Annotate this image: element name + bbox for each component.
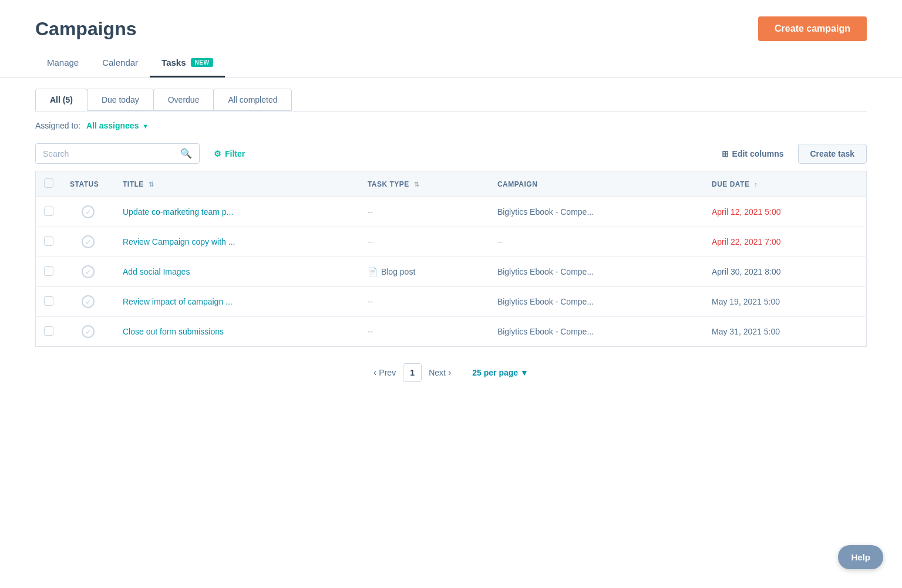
row-status-cell: ✓ [62, 287, 115, 317]
search-box: 🔍 [35, 143, 200, 164]
row-checkbox[interactable] [44, 207, 53, 216]
status-circle-icon[interactable]: ✓ [82, 205, 95, 218]
prev-label: Prev [379, 368, 396, 377]
task-type-dash: -- [368, 327, 373, 336]
tasks-table: STATUS TITLE ⇅ TASK TYPE ⇅ CAMPAIGN DUE [35, 171, 867, 347]
due-date-value: April 22, 2021 7:00 [712, 237, 781, 246]
row-status-cell: ✓ [62, 257, 115, 287]
th-due-date-label: DUE DATE [712, 180, 749, 188]
assigned-to-value[interactable]: All assignees [86, 121, 139, 130]
row-task-type-cell: -- [359, 287, 489, 317]
subtab-overdue[interactable]: Overdue [153, 89, 214, 111]
task-title-link[interactable]: Update co-marketing team p... [123, 207, 233, 217]
table-row: ✓Review Campaign copy with ...----April … [36, 227, 867, 257]
page-wrapper: Campaigns Create campaign Manage Calenda… [0, 0, 902, 588]
row-checkbox-cell [36, 197, 62, 227]
tab-calendar-label: Calendar [102, 58, 138, 67]
row-task-type-cell: -- [359, 197, 489, 227]
toolbar: 🔍 ⚙ Filter ⊞ Edit columns Create task [0, 137, 902, 171]
subtab-all[interactable]: All (5) [35, 89, 87, 111]
tab-tasks-label: Tasks [161, 58, 186, 67]
th-select-all [36, 171, 62, 197]
row-due-date-cell: May 19, 2021 5:00 [704, 287, 867, 317]
row-campaign-cell: Biglytics Ebook - Compe... [489, 257, 704, 287]
filter-label: Filter [225, 149, 245, 158]
status-circle-icon[interactable]: ✓ [82, 325, 95, 338]
task-type-dash: -- [368, 207, 373, 217]
per-page-button[interactable]: 25 per page ▼ [472, 368, 529, 377]
task-type-label: Blog post [381, 267, 415, 276]
table-wrapper: STATUS TITLE ⇅ TASK TYPE ⇅ CAMPAIGN DUE [0, 171, 902, 347]
task-title-link[interactable]: Add social Images [123, 267, 190, 276]
subtab-all-completed-label: All completed [228, 95, 277, 104]
row-checkbox-cell [36, 257, 62, 287]
prev-chevron-icon: ‹ [373, 367, 376, 378]
edit-columns-button[interactable]: ⊞ Edit columns [715, 145, 791, 163]
th-status-label: STATUS [70, 180, 99, 188]
tab-tasks[interactable]: Tasks NEW [150, 50, 225, 77]
filter-button[interactable]: ⚙ Filter [207, 145, 252, 163]
row-task-type-cell: -- [359, 227, 489, 257]
tab-manage[interactable]: Manage [35, 50, 90, 77]
tabs-bar: Manage Calendar Tasks NEW [0, 50, 902, 78]
row-checkbox[interactable] [44, 296, 53, 306]
row-checkbox[interactable] [44, 326, 53, 336]
table-header-row: STATUS TITLE ⇅ TASK TYPE ⇅ CAMPAIGN DUE [36, 171, 867, 197]
row-title-cell: Update co-marketing team p... [115, 197, 359, 227]
row-status-cell: ✓ [62, 227, 115, 257]
th-status: STATUS [62, 171, 115, 197]
th-title-sort-icon: ⇅ [149, 181, 154, 188]
campaign-dash: -- [497, 237, 503, 246]
select-all-checkbox[interactable] [44, 178, 53, 188]
assigned-caret-icon[interactable]: ▼ [142, 123, 149, 130]
row-checkbox[interactable] [44, 266, 53, 276]
status-circle-icon[interactable]: ✓ [82, 235, 95, 248]
search-icon[interactable]: 🔍 [180, 148, 192, 159]
current-page-number[interactable]: 1 [403, 363, 422, 382]
search-input[interactable] [43, 149, 180, 158]
prev-page-button[interactable]: ‹ Prev [373, 367, 396, 378]
row-task-type-cell: 📄Blog post [359, 257, 489, 287]
filters-row: Assigned to: All assignees ▼ [0, 111, 902, 137]
help-button[interactable]: Help [838, 545, 883, 569]
assigned-label: Assigned to: [35, 121, 80, 130]
edit-columns-icon: ⊞ [722, 149, 729, 158]
tab-calendar[interactable]: Calendar [90, 50, 150, 77]
th-campaign-label: CAMPAIGN [497, 180, 537, 188]
row-due-date-cell: April 22, 2021 7:00 [704, 227, 867, 257]
task-type-dash: -- [368, 237, 373, 246]
row-title-cell: Close out form submissions [115, 317, 359, 347]
edit-columns-label: Edit columns [732, 149, 784, 158]
th-title[interactable]: TITLE ⇅ [115, 171, 359, 197]
table-row: ✓Add social Images📄Blog postBiglytics Eb… [36, 257, 867, 287]
row-checkbox[interactable] [44, 236, 53, 246]
status-circle-icon[interactable]: ✓ [82, 295, 95, 308]
header: Campaigns Create campaign [0, 0, 902, 50]
subtab-all-completed[interactable]: All completed [213, 89, 292, 111]
th-due-date[interactable]: DUE DATE ↑ [704, 171, 867, 197]
row-due-date-cell: April 12, 2021 5:00 [704, 197, 867, 227]
subtab-all-label: All (5) [50, 95, 73, 104]
table-row: ✓Review impact of campaign ...--Biglytic… [36, 287, 867, 317]
th-task-type[interactable]: TASK TYPE ⇅ [359, 171, 489, 197]
next-page-button[interactable]: Next › [429, 367, 451, 378]
campaign-name: Biglytics Ebook - Compe... [497, 297, 594, 306]
status-circle-icon[interactable]: ✓ [82, 265, 95, 278]
row-status-cell: ✓ [62, 197, 115, 227]
due-date-value: April 12, 2021 5:00 [712, 207, 781, 217]
row-campaign-cell: Biglytics Ebook - Compe... [489, 317, 704, 347]
subtabs-bar: All (5) Due today Overdue All completed [0, 78, 902, 111]
row-campaign-cell: Biglytics Ebook - Compe... [489, 197, 704, 227]
task-title-link[interactable]: Close out form submissions [123, 327, 224, 336]
filter-icon: ⚙ [214, 149, 221, 158]
row-status-cell: ✓ [62, 317, 115, 347]
subtab-due-today[interactable]: Due today [87, 89, 154, 111]
create-task-button[interactable]: Create task [798, 144, 867, 164]
create-campaign-button[interactable]: Create campaign [758, 16, 867, 41]
th-title-label: TITLE [123, 180, 144, 188]
task-title-link[interactable]: Review Campaign copy with ... [123, 237, 235, 246]
campaign-name: Biglytics Ebook - Compe... [497, 207, 594, 217]
row-title-cell: Review impact of campaign ... [115, 287, 359, 317]
row-due-date-cell: May 31, 2021 5:00 [704, 317, 867, 347]
task-title-link[interactable]: Review impact of campaign ... [123, 297, 233, 306]
